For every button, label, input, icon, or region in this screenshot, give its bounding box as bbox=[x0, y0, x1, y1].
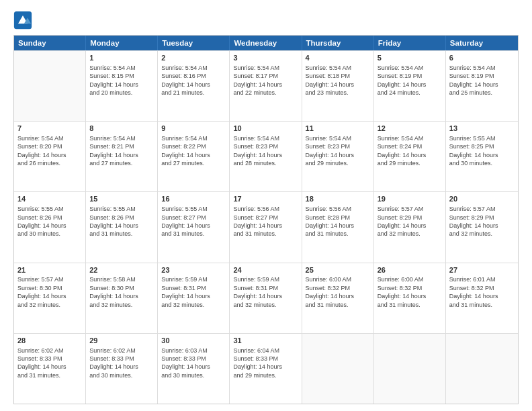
logo-icon bbox=[13, 11, 32, 30]
day-number: 27 bbox=[449, 265, 515, 275]
day-number: 18 bbox=[306, 194, 370, 204]
header bbox=[13, 11, 519, 30]
day-number: 5 bbox=[378, 53, 442, 63]
day-cell-22: 22Sunrise: 5:58 AMSunset: 8:30 PMDayligh… bbox=[86, 263, 158, 333]
cell-info: Sunrise: 6:02 AMSunset: 8:33 PMDaylight:… bbox=[89, 347, 154, 380]
day-cell-9: 9Sunrise: 5:54 AMSunset: 8:22 PMDaylight… bbox=[158, 122, 230, 191]
day-cell-20: 20Sunrise: 5:57 AMSunset: 8:29 PMDayligh… bbox=[446, 192, 518, 262]
day-cell-11: 11Sunrise: 5:54 AMSunset: 8:23 PMDayligh… bbox=[302, 122, 374, 191]
cell-info: Sunrise: 5:55 AMSunset: 8:26 PMDaylight:… bbox=[89, 205, 154, 238]
header-day-wednesday: Wednesday bbox=[230, 36, 302, 50]
day-number: 17 bbox=[233, 194, 298, 204]
day-number: 16 bbox=[161, 194, 226, 204]
day-cell-18: 18Sunrise: 5:56 AMSunset: 8:28 PMDayligh… bbox=[302, 192, 374, 262]
calendar-row-1: 1Sunrise: 5:54 AMSunset: 8:15 PMDaylight… bbox=[14, 50, 518, 121]
cell-info: Sunrise: 6:03 AMSunset: 8:33 PMDaylight:… bbox=[161, 347, 226, 380]
cell-info: Sunrise: 6:00 AMSunset: 8:32 PMDaylight:… bbox=[306, 275, 370, 309]
day-cell-6: 6Sunrise: 5:54 AMSunset: 8:19 PMDaylight… bbox=[446, 51, 518, 121]
day-cell-26: 26Sunrise: 6:00 AMSunset: 8:32 PMDayligh… bbox=[374, 263, 446, 333]
cell-info: Sunrise: 5:57 AMSunset: 8:29 PMDaylight:… bbox=[449, 205, 515, 238]
day-cell-21: 21Sunrise: 5:57 AMSunset: 8:30 PMDayligh… bbox=[14, 263, 86, 333]
day-cell-14: 14Sunrise: 5:55 AMSunset: 8:26 PMDayligh… bbox=[14, 192, 86, 262]
day-number: 12 bbox=[378, 124, 442, 134]
calendar-row-4: 21Sunrise: 5:57 AMSunset: 8:30 PMDayligh… bbox=[14, 263, 518, 333]
day-number: 4 bbox=[306, 53, 370, 63]
day-number: 26 bbox=[378, 265, 442, 275]
day-number: 19 bbox=[378, 194, 442, 204]
cell-info: Sunrise: 5:54 AMSunset: 8:21 PMDaylight:… bbox=[89, 134, 154, 168]
day-number: 11 bbox=[306, 124, 370, 134]
day-cell-15: 15Sunrise: 5:55 AMSunset: 8:26 PMDayligh… bbox=[86, 192, 158, 262]
day-cell-30: 30Sunrise: 6:03 AMSunset: 8:33 PMDayligh… bbox=[158, 334, 230, 404]
day-number: 15 bbox=[89, 194, 154, 204]
day-cell-4: 4Sunrise: 5:54 AMSunset: 8:18 PMDaylight… bbox=[302, 51, 374, 121]
cell-info: Sunrise: 5:54 AMSunset: 8:16 PMDaylight:… bbox=[161, 64, 226, 97]
day-number: 2 bbox=[161, 53, 226, 63]
cell-info: Sunrise: 5:57 AMSunset: 8:29 PMDaylight:… bbox=[378, 205, 442, 238]
day-number: 29 bbox=[89, 336, 154, 346]
cell-info: Sunrise: 5:54 AMSunset: 8:19 PMDaylight:… bbox=[449, 64, 515, 97]
day-cell-19: 19Sunrise: 5:57 AMSunset: 8:29 PMDayligh… bbox=[374, 192, 446, 262]
cell-info: Sunrise: 5:55 AMSunset: 8:25 PMDaylight:… bbox=[449, 134, 515, 168]
day-cell-13: 13Sunrise: 5:55 AMSunset: 8:25 PMDayligh… bbox=[446, 122, 518, 191]
cell-info: Sunrise: 6:04 AMSunset: 8:33 PMDaylight:… bbox=[233, 347, 298, 380]
header-day-tuesday: Tuesday bbox=[158, 36, 230, 50]
empty-cell bbox=[446, 334, 518, 404]
cell-info: Sunrise: 5:59 AMSunset: 8:31 PMDaylight:… bbox=[161, 275, 226, 309]
day-cell-5: 5Sunrise: 5:54 AMSunset: 8:19 PMDaylight… bbox=[374, 51, 446, 121]
calendar-row-2: 7Sunrise: 5:54 AMSunset: 8:20 PMDaylight… bbox=[14, 121, 518, 191]
day-cell-25: 25Sunrise: 6:00 AMSunset: 8:32 PMDayligh… bbox=[302, 263, 374, 333]
calendar-row-3: 14Sunrise: 5:55 AMSunset: 8:26 PMDayligh… bbox=[14, 191, 518, 262]
cell-info: Sunrise: 6:00 AMSunset: 8:32 PMDaylight:… bbox=[378, 275, 442, 309]
day-number: 25 bbox=[306, 265, 370, 275]
cell-info: Sunrise: 5:54 AMSunset: 8:23 PMDaylight:… bbox=[233, 134, 298, 168]
empty-cell bbox=[14, 51, 86, 121]
day-cell-23: 23Sunrise: 5:59 AMSunset: 8:31 PMDayligh… bbox=[158, 263, 230, 333]
day-cell-8: 8Sunrise: 5:54 AMSunset: 8:21 PMDaylight… bbox=[86, 122, 158, 191]
day-number: 14 bbox=[17, 194, 82, 204]
day-number: 6 bbox=[449, 53, 515, 63]
day-cell-10: 10Sunrise: 5:54 AMSunset: 8:23 PMDayligh… bbox=[230, 122, 302, 191]
empty-cell bbox=[374, 334, 446, 404]
day-number: 31 bbox=[233, 336, 298, 346]
cell-info: Sunrise: 5:54 AMSunset: 8:20 PMDaylight:… bbox=[17, 134, 82, 168]
cell-info: Sunrise: 5:56 AMSunset: 8:27 PMDaylight:… bbox=[233, 205, 298, 238]
cell-info: Sunrise: 5:56 AMSunset: 8:28 PMDaylight:… bbox=[306, 205, 370, 238]
day-cell-3: 3Sunrise: 5:54 AMSunset: 8:17 PMDaylight… bbox=[230, 51, 302, 121]
cell-info: Sunrise: 5:54 AMSunset: 8:17 PMDaylight:… bbox=[233, 64, 298, 97]
calendar-row-5: 28Sunrise: 6:02 AMSunset: 8:33 PMDayligh… bbox=[14, 333, 518, 404]
day-number: 21 bbox=[17, 265, 82, 275]
header-day-sunday: Sunday bbox=[14, 36, 86, 50]
day-cell-27: 27Sunrise: 6:01 AMSunset: 8:32 PMDayligh… bbox=[446, 263, 518, 333]
header-day-friday: Friday bbox=[374, 36, 446, 50]
cell-info: Sunrise: 5:57 AMSunset: 8:30 PMDaylight:… bbox=[17, 275, 82, 309]
empty-cell bbox=[302, 334, 374, 404]
day-number: 20 bbox=[449, 194, 515, 204]
day-cell-7: 7Sunrise: 5:54 AMSunset: 8:20 PMDaylight… bbox=[14, 122, 86, 191]
day-number: 9 bbox=[161, 124, 226, 134]
page: SundayMondayTuesdayWednesdayThursdayFrid… bbox=[0, 0, 532, 411]
day-number: 1 bbox=[89, 53, 154, 63]
day-cell-12: 12Sunrise: 5:54 AMSunset: 8:24 PMDayligh… bbox=[374, 122, 446, 191]
cell-info: Sunrise: 5:55 AMSunset: 8:27 PMDaylight:… bbox=[161, 205, 226, 238]
cell-info: Sunrise: 5:54 AMSunset: 8:22 PMDaylight:… bbox=[161, 134, 226, 168]
day-number: 28 bbox=[17, 336, 82, 346]
cell-info: Sunrise: 5:54 AMSunset: 8:18 PMDaylight:… bbox=[306, 64, 370, 97]
day-number: 10 bbox=[233, 124, 298, 134]
calendar-body: 1Sunrise: 5:54 AMSunset: 8:15 PMDaylight… bbox=[14, 50, 518, 404]
cell-info: Sunrise: 5:55 AMSunset: 8:26 PMDaylight:… bbox=[17, 205, 82, 238]
cell-info: Sunrise: 5:54 AMSunset: 8:24 PMDaylight:… bbox=[378, 134, 442, 168]
cell-info: Sunrise: 5:58 AMSunset: 8:30 PMDaylight:… bbox=[89, 275, 154, 309]
day-number: 7 bbox=[17, 124, 82, 134]
header-day-saturday: Saturday bbox=[446, 36, 518, 50]
day-number: 13 bbox=[449, 124, 515, 134]
day-cell-28: 28Sunrise: 6:02 AMSunset: 8:33 PMDayligh… bbox=[14, 334, 86, 404]
cell-info: Sunrise: 5:54 AMSunset: 8:15 PMDaylight:… bbox=[89, 64, 154, 97]
day-cell-16: 16Sunrise: 5:55 AMSunset: 8:27 PMDayligh… bbox=[158, 192, 230, 262]
cell-info: Sunrise: 5:59 AMSunset: 8:31 PMDaylight:… bbox=[233, 275, 298, 309]
day-cell-31: 31Sunrise: 6:04 AMSunset: 8:33 PMDayligh… bbox=[230, 334, 302, 404]
day-number: 3 bbox=[233, 53, 298, 63]
day-number: 8 bbox=[89, 124, 154, 134]
day-number: 24 bbox=[233, 265, 298, 275]
cell-info: Sunrise: 5:54 AMSunset: 8:19 PMDaylight:… bbox=[378, 64, 442, 97]
